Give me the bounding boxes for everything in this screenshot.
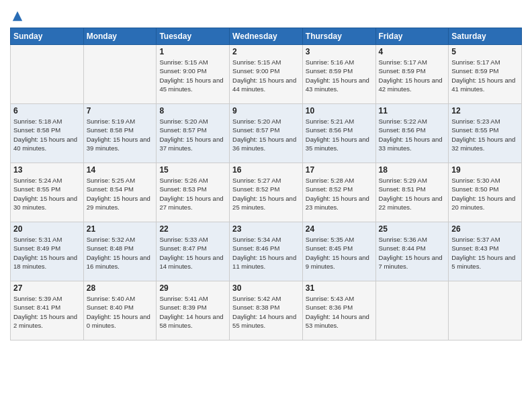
day-number: 17	[306, 165, 373, 175]
day-number: 25	[379, 224, 446, 234]
day-info: Sunrise: 5:37 AM Sunset: 8:43 PM Dayligh…	[451, 235, 519, 271]
day-cell	[11, 45, 84, 104]
day-cell: 3Sunrise: 5:16 AM Sunset: 8:59 PM Daylig…	[302, 45, 375, 104]
day-number: 21	[87, 224, 154, 234]
day-info: Sunrise: 5:23 AM Sunset: 8:55 PM Dayligh…	[451, 117, 519, 152]
day-cell: 23Sunrise: 5:34 AM Sunset: 8:46 PM Dayli…	[230, 222, 303, 281]
day-number: 7	[87, 106, 154, 116]
day-cell: 13Sunrise: 5:24 AM Sunset: 8:55 PM Dayli…	[11, 163, 84, 222]
svg-marker-0	[13, 11, 22, 21]
day-cell	[83, 45, 157, 104]
logo-icon	[11, 10, 24, 22]
page: SundayMondayTuesdayWednesdayThursdayFrid…	[0, 0, 532, 411]
day-cell: 22Sunrise: 5:33 AM Sunset: 8:47 PM Dayli…	[157, 222, 230, 281]
day-cell: 15Sunrise: 5:26 AM Sunset: 8:53 PM Dayli…	[157, 163, 230, 222]
day-info: Sunrise: 5:34 AM Sunset: 8:46 PM Dayligh…	[232, 235, 300, 271]
week-row-5: 27Sunrise: 5:39 AM Sunset: 8:41 PM Dayli…	[11, 281, 522, 340]
day-info: Sunrise: 5:43 AM Sunset: 8:36 PM Dayligh…	[306, 294, 373, 330]
day-cell: 26Sunrise: 5:37 AM Sunset: 8:43 PM Dayli…	[449, 222, 522, 281]
week-row-2: 6Sunrise: 5:18 AM Sunset: 8:58 PM Daylig…	[11, 104, 522, 163]
day-number: 23	[232, 224, 300, 234]
day-number: 24	[306, 224, 373, 234]
day-cell: 14Sunrise: 5:25 AM Sunset: 8:54 PM Dayli…	[83, 163, 157, 222]
day-info: Sunrise: 5:30 AM Sunset: 8:50 PM Dayligh…	[451, 176, 519, 212]
day-cell: 6Sunrise: 5:18 AM Sunset: 8:58 PM Daylig…	[11, 104, 84, 163]
day-number: 14	[87, 165, 154, 175]
day-info: Sunrise: 5:28 AM Sunset: 8:52 PM Dayligh…	[306, 176, 373, 212]
col-header-monday: Monday	[83, 28, 157, 45]
day-cell: 21Sunrise: 5:32 AM Sunset: 8:48 PM Dayli…	[83, 222, 157, 281]
day-cell: 19Sunrise: 5:30 AM Sunset: 8:50 PM Dayli…	[449, 163, 522, 222]
day-info: Sunrise: 5:27 AM Sunset: 8:52 PM Dayligh…	[232, 176, 300, 212]
day-cell: 17Sunrise: 5:28 AM Sunset: 8:52 PM Dayli…	[302, 163, 375, 222]
day-info: Sunrise: 5:41 AM Sunset: 8:39 PM Dayligh…	[159, 294, 226, 330]
day-number: 13	[13, 165, 81, 175]
day-number: 22	[159, 224, 226, 234]
day-number: 30	[232, 283, 300, 293]
day-number: 16	[232, 165, 300, 175]
day-number: 10	[306, 106, 373, 116]
day-cell: 12Sunrise: 5:23 AM Sunset: 8:55 PM Dayli…	[449, 104, 522, 163]
day-number: 20	[13, 224, 81, 234]
day-number: 31	[306, 283, 373, 293]
day-cell	[449, 281, 522, 340]
day-cell: 4Sunrise: 5:17 AM Sunset: 8:59 PM Daylig…	[375, 45, 449, 104]
day-info: Sunrise: 5:22 AM Sunset: 8:56 PM Dayligh…	[379, 117, 446, 152]
day-info: Sunrise: 5:42 AM Sunset: 8:38 PM Dayligh…	[232, 294, 300, 330]
day-number: 2	[232, 47, 300, 56]
day-cell: 8Sunrise: 5:20 AM Sunset: 8:57 PM Daylig…	[157, 104, 230, 163]
calendar-table: SundayMondayTuesdayWednesdayThursdayFrid…	[10, 28, 522, 340]
day-cell: 9Sunrise: 5:20 AM Sunset: 8:57 PM Daylig…	[230, 104, 303, 163]
col-header-friday: Friday	[375, 28, 449, 45]
day-cell: 5Sunrise: 5:17 AM Sunset: 8:59 PM Daylig…	[449, 45, 522, 104]
day-info: Sunrise: 5:36 AM Sunset: 8:44 PM Dayligh…	[379, 235, 446, 271]
day-number: 1	[159, 47, 226, 56]
day-number: 12	[451, 106, 519, 116]
day-info: Sunrise: 5:20 AM Sunset: 8:57 PM Dayligh…	[159, 117, 226, 152]
day-cell	[375, 281, 449, 340]
day-number: 28	[87, 283, 154, 293]
day-cell: 27Sunrise: 5:39 AM Sunset: 8:41 PM Dayli…	[11, 281, 84, 340]
day-info: Sunrise: 5:15 AM Sunset: 9:00 PM Dayligh…	[159, 58, 226, 93]
day-number: 15	[159, 165, 226, 175]
day-cell: 2Sunrise: 5:15 AM Sunset: 9:00 PM Daylig…	[230, 45, 303, 104]
day-info: Sunrise: 5:35 AM Sunset: 8:45 PM Dayligh…	[306, 235, 373, 271]
day-cell: 16Sunrise: 5:27 AM Sunset: 8:52 PM Dayli…	[230, 163, 303, 222]
day-cell: 7Sunrise: 5:19 AM Sunset: 8:58 PM Daylig…	[83, 104, 157, 163]
col-header-saturday: Saturday	[449, 28, 522, 45]
day-cell: 29Sunrise: 5:41 AM Sunset: 8:39 PM Dayli…	[157, 281, 230, 340]
day-info: Sunrise: 5:24 AM Sunset: 8:55 PM Dayligh…	[13, 176, 81, 212]
day-number: 4	[379, 47, 446, 56]
day-cell: 11Sunrise: 5:22 AM Sunset: 8:56 PM Dayli…	[375, 104, 449, 163]
day-number: 9	[232, 106, 300, 116]
header	[10, 10, 522, 21]
day-cell: 31Sunrise: 5:43 AM Sunset: 8:36 PM Dayli…	[302, 281, 375, 340]
day-number: 26	[451, 224, 519, 234]
day-info: Sunrise: 5:16 AM Sunset: 8:59 PM Dayligh…	[306, 58, 373, 93]
header-row: SundayMondayTuesdayWednesdayThursdayFrid…	[11, 28, 522, 45]
day-cell: 10Sunrise: 5:21 AM Sunset: 8:56 PM Dayli…	[302, 104, 375, 163]
day-cell: 20Sunrise: 5:31 AM Sunset: 8:49 PM Dayli…	[11, 222, 84, 281]
day-cell: 28Sunrise: 5:40 AM Sunset: 8:40 PM Dayli…	[83, 281, 157, 340]
day-info: Sunrise: 5:25 AM Sunset: 8:54 PM Dayligh…	[87, 176, 154, 212]
day-info: Sunrise: 5:18 AM Sunset: 8:58 PM Dayligh…	[13, 117, 81, 152]
day-cell: 24Sunrise: 5:35 AM Sunset: 8:45 PM Dayli…	[302, 222, 375, 281]
day-cell: 30Sunrise: 5:42 AM Sunset: 8:38 PM Dayli…	[230, 281, 303, 340]
day-number: 6	[13, 106, 81, 116]
day-info: Sunrise: 5:19 AM Sunset: 8:58 PM Dayligh…	[87, 117, 154, 152]
day-info: Sunrise: 5:40 AM Sunset: 8:40 PM Dayligh…	[87, 294, 154, 330]
day-info: Sunrise: 5:31 AM Sunset: 8:49 PM Dayligh…	[13, 235, 81, 271]
day-number: 3	[306, 47, 373, 56]
day-cell: 18Sunrise: 5:29 AM Sunset: 8:51 PM Dayli…	[375, 163, 449, 222]
day-cell: 25Sunrise: 5:36 AM Sunset: 8:44 PM Dayli…	[375, 222, 449, 281]
day-info: Sunrise: 5:21 AM Sunset: 8:56 PM Dayligh…	[306, 117, 373, 152]
col-header-sunday: Sunday	[11, 28, 84, 45]
day-number: 11	[379, 106, 446, 116]
day-info: Sunrise: 5:39 AM Sunset: 8:41 PM Dayligh…	[13, 294, 81, 330]
day-number: 27	[13, 283, 81, 293]
day-info: Sunrise: 5:17 AM Sunset: 8:59 PM Dayligh…	[451, 58, 519, 93]
logo	[10, 10, 24, 21]
col-header-tuesday: Tuesday	[157, 28, 230, 45]
day-number: 19	[451, 165, 519, 175]
day-info: Sunrise: 5:15 AM Sunset: 9:00 PM Dayligh…	[232, 58, 300, 93]
